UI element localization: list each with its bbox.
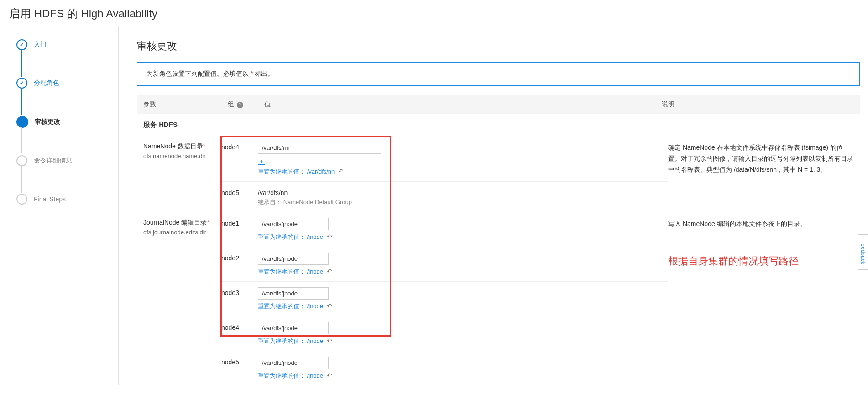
- group-label: node5: [221, 187, 258, 206]
- inherit-info: 继承自： NameNode Default Group: [258, 198, 668, 206]
- undo-icon[interactable]: ↶: [327, 337, 332, 344]
- header-group-label: 组: [228, 100, 234, 108]
- param-description-text: 写入 NameNode 编辑的本地文件系统上的目录。: [668, 219, 855, 230]
- reset-label: 重置为继承的值：: [258, 233, 305, 240]
- notice-text-prefix: 为新角色设置下列配置值。必填值以: [146, 70, 251, 77]
- inherit-label: 继承自：: [258, 199, 282, 205]
- group-label: node4: [221, 142, 258, 176]
- notice-text-suffix: 标出。: [253, 70, 274, 77]
- reset-value: /jnode: [307, 268, 323, 275]
- namenode-dir-value-node5: /var/dfs/nn: [258, 187, 668, 196]
- help-icon[interactable]: ?: [237, 102, 243, 108]
- reset-label: 重置为继承的值：: [258, 168, 305, 175]
- journalnode-dir-input-node5[interactable]: [258, 357, 329, 369]
- inherit-from: NameNode Default Group: [283, 199, 352, 205]
- param-name-text: JournalNode 编辑目录: [143, 219, 207, 226]
- table-header: 参数 组 ? 值 说明: [137, 95, 860, 114]
- header-param: 参数: [143, 100, 228, 109]
- namenode-dir-input-node4[interactable]: [258, 142, 381, 154]
- step-connector: [21, 50, 22, 77]
- red-annotation-text: 根据自身集群的情况填写路径: [668, 253, 855, 269]
- group-label: node5: [221, 357, 258, 380]
- param-key: dfs.namenode.name.dir: [143, 153, 215, 159]
- param-name: JournalNode 编辑目录*: [143, 219, 215, 227]
- param-description: 写入 NameNode 编辑的本地文件系统上的目录。 根据自身集群的情况填写路径: [668, 212, 860, 385]
- step-review-changes[interactable]: 审核更改: [14, 116, 109, 128]
- service-title: 服务 HDFS: [137, 114, 860, 136]
- header-desc: 说明: [662, 100, 853, 109]
- param-description: 确定 NameNode 在本地文件系统中存储名称表 (fsimage) 的位置。…: [668, 136, 860, 212]
- reset-link[interactable]: 重置为继承的值： /jnode ↶: [258, 268, 668, 276]
- step-getting-started[interactable]: 入门: [14, 39, 109, 50]
- header-value: 值: [264, 100, 662, 109]
- reset-value: /jnode: [307, 303, 323, 310]
- param-row-namenode-dir: NameNode 数据目录* dfs.namenode.name.dir nod…: [137, 136, 860, 212]
- step-command-details[interactable]: 命令详细信息: [14, 155, 109, 166]
- step-connector: [21, 166, 22, 193]
- journalnode-dir-input-node1[interactable]: [258, 218, 329, 230]
- pending-step-icon: [16, 194, 27, 205]
- step-label: 命令详细信息: [34, 157, 72, 165]
- journalnode-dir-input-node3[interactable]: [258, 287, 329, 300]
- param-row-journalnode-dir: JournalNode 编辑目录* dfs.journalnode.edits.…: [137, 212, 860, 385]
- main-title: 审核更改: [137, 39, 860, 53]
- notice-box: 为新角色设置下列配置值。必填值以 * 标出。: [137, 62, 860, 86]
- required-asterisk: *: [207, 219, 209, 226]
- param-name-text: NameNode 数据目录: [143, 142, 203, 150]
- feedback-tab[interactable]: Feedback: [858, 234, 868, 270]
- reset-value: /jnode: [307, 337, 323, 344]
- add-value-button[interactable]: ＋: [258, 158, 265, 165]
- check-icon: [16, 78, 27, 89]
- group-label: node2: [221, 253, 258, 276]
- wizard-sidebar: 入门 分配角色 审核更改 命令详细信息 Final Steps: [14, 26, 119, 385]
- reset-value: /jnode: [307, 372, 323, 379]
- reset-value: /jnode: [307, 233, 323, 240]
- main-panel: 审核更改 为新角色设置下列配置值。必填值以 * 标出。 参数 组 ? 值 说明 …: [119, 26, 860, 385]
- step-label: 审核更改: [35, 118, 60, 126]
- group-label: node4: [221, 322, 258, 345]
- reset-link[interactable]: 重置为继承的值： /jnode ↶: [258, 302, 668, 311]
- current-step-icon: [16, 116, 28, 128]
- step-label: 入门: [34, 41, 47, 49]
- step-connector: [21, 127, 22, 153]
- step-assign-roles[interactable]: 分配角色: [14, 78, 109, 89]
- reset-link[interactable]: 重置为继承的值： /var/dfs/nn ↶: [258, 168, 668, 176]
- check-icon: [16, 39, 27, 50]
- pending-step-icon: [16, 155, 27, 166]
- reset-label: 重置为继承的值：: [258, 268, 305, 275]
- param-name: NameNode 数据目录*: [143, 142, 215, 151]
- header-group: 组 ?: [228, 100, 264, 109]
- undo-icon[interactable]: ↶: [327, 268, 332, 275]
- reset-label: 重置为继承的值：: [258, 303, 305, 310]
- group-label: node3: [221, 287, 258, 311]
- required-asterisk: *: [203, 142, 205, 150]
- undo-icon[interactable]: ↶: [327, 233, 332, 240]
- reset-label: 重置为继承的值：: [258, 337, 305, 344]
- reset-value: /var/dfs/nn: [307, 168, 335, 175]
- journalnode-dir-input-node2[interactable]: [258, 253, 329, 265]
- step-label: 分配角色: [34, 79, 59, 87]
- reset-label: 重置为继承的值：: [258, 372, 305, 379]
- journalnode-dir-input-node4[interactable]: [258, 322, 329, 334]
- undo-icon[interactable]: ↶: [338, 168, 344, 175]
- reset-link[interactable]: 重置为继承的值： /jnode ↶: [258, 233, 668, 241]
- step-connector: [21, 89, 22, 115]
- reset-link[interactable]: 重置为继承的值： /jnode ↶: [258, 337, 668, 345]
- undo-icon[interactable]: ↶: [327, 372, 332, 379]
- step-final[interactable]: Final Steps: [14, 194, 109, 205]
- param-key: dfs.journalnode.edits.dir: [143, 229, 215, 236]
- group-label: node1: [221, 218, 258, 241]
- page-title: 启用 HDFS 的 High Availability: [0, 0, 868, 26]
- undo-icon[interactable]: ↶: [327, 302, 332, 310]
- step-label: Final Steps: [34, 195, 66, 203]
- reset-link[interactable]: 重置为继承的值： /jnode ↶: [258, 372, 668, 380]
